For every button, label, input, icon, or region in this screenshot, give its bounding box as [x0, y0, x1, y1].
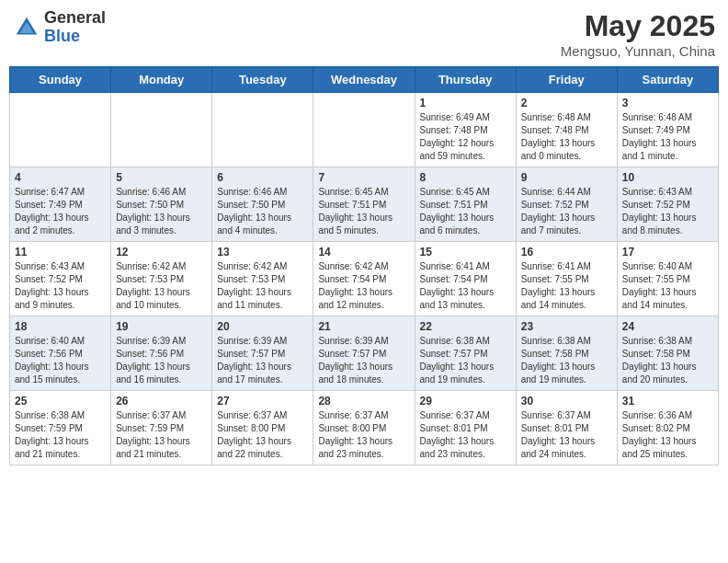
calendar-cell: 24Sunrise: 6:38 AMSunset: 7:58 PMDayligh… [617, 316, 718, 391]
weekday-header-sunday: Sunday [10, 67, 111, 93]
calendar-cell: 4Sunrise: 6:47 AMSunset: 7:49 PMDaylight… [10, 167, 111, 242]
day-number: 23 [521, 320, 612, 333]
title-block: May 2025 Mengsuo, Yunnan, China [561, 9, 715, 59]
calendar-cell: 2Sunrise: 6:48 AMSunset: 7:48 PMDaylight… [516, 93, 617, 167]
calendar-table: SundayMondayTuesdayWednesdayThursdayFrid… [9, 66, 719, 465]
day-number: 7 [318, 171, 409, 184]
location-subtitle: Mengsuo, Yunnan, China [561, 43, 715, 59]
day-info: Sunrise: 6:46 AMSunset: 7:50 PMDaylight:… [116, 186, 207, 237]
day-info: Sunrise: 6:42 AMSunset: 7:53 PMDaylight:… [116, 260, 207, 312]
day-number: 28 [318, 395, 409, 408]
day-info: Sunrise: 6:39 AMSunset: 7:56 PMDaylight:… [116, 335, 207, 386]
day-number: 8 [420, 171, 511, 184]
weekday-header-saturday: Saturday [617, 67, 718, 93]
calendar-cell: 10Sunrise: 6:43 AMSunset: 7:52 PMDayligh… [617, 167, 718, 242]
calendar-cell: 21Sunrise: 6:39 AMSunset: 7:57 PMDayligh… [313, 316, 415, 391]
day-info: Sunrise: 6:37 AMSunset: 8:00 PMDaylight:… [318, 409, 409, 461]
day-number: 14 [318, 246, 409, 259]
calendar-cell: 3Sunrise: 6:48 AMSunset: 7:49 PMDaylight… [617, 93, 718, 167]
calendar-week-row: 18Sunrise: 6:40 AMSunset: 7:56 PMDayligh… [10, 316, 719, 391]
day-number: 26 [116, 395, 207, 408]
calendar-cell [313, 93, 415, 167]
calendar-cell: 25Sunrise: 6:38 AMSunset: 7:59 PMDayligh… [10, 391, 111, 465]
day-number: 27 [217, 395, 308, 408]
calendar-week-row: 25Sunrise: 6:38 AMSunset: 7:59 PMDayligh… [10, 391, 719, 465]
day-info: Sunrise: 6:48 AMSunset: 7:48 PMDaylight:… [521, 111, 612, 163]
calendar-cell: 23Sunrise: 6:38 AMSunset: 7:58 PMDayligh… [516, 316, 617, 391]
day-info: Sunrise: 6:45 AMSunset: 7:51 PMDaylight:… [318, 186, 409, 237]
logo: General Blue [13, 9, 106, 46]
logo-general: General [44, 9, 106, 28]
day-number: 21 [318, 320, 409, 333]
day-info: Sunrise: 6:38 AMSunset: 7:58 PMDaylight:… [622, 335, 713, 386]
day-info: Sunrise: 6:37 AMSunset: 7:59 PMDaylight:… [116, 409, 207, 461]
logo-icon [13, 14, 40, 41]
day-info: Sunrise: 6:42 AMSunset: 7:53 PMDaylight:… [217, 260, 308, 312]
calendar-cell: 29Sunrise: 6:37 AMSunset: 8:01 PMDayligh… [415, 391, 516, 465]
day-number: 16 [521, 246, 612, 259]
logo-blue: Blue [44, 28, 106, 46]
calendar-cell: 1Sunrise: 6:49 AMSunset: 7:48 PMDaylight… [415, 93, 516, 167]
day-info: Sunrise: 6:47 AMSunset: 7:49 PMDaylight:… [15, 186, 106, 237]
day-number: 20 [217, 320, 308, 333]
day-number: 5 [116, 171, 207, 184]
day-number: 25 [15, 395, 106, 408]
day-info: Sunrise: 6:40 AMSunset: 7:55 PMDaylight:… [622, 260, 713, 312]
day-info: Sunrise: 6:39 AMSunset: 7:57 PMDaylight:… [217, 335, 308, 386]
weekday-header-thursday: Thursday [415, 67, 516, 93]
calendar-week-row: 11Sunrise: 6:43 AMSunset: 7:52 PMDayligh… [10, 242, 719, 316]
day-number: 3 [622, 97, 713, 109]
day-info: Sunrise: 6:49 AMSunset: 7:48 PMDaylight:… [420, 111, 511, 163]
day-info: Sunrise: 6:43 AMSunset: 7:52 PMDaylight:… [15, 260, 106, 312]
calendar-cell [111, 93, 212, 167]
calendar-cell: 15Sunrise: 6:41 AMSunset: 7:54 PMDayligh… [415, 242, 516, 316]
weekday-header-wednesday: Wednesday [313, 67, 415, 93]
weekday-header-tuesday: Tuesday [212, 67, 313, 93]
day-info: Sunrise: 6:37 AMSunset: 8:00 PMDaylight:… [217, 409, 308, 461]
calendar-cell: 30Sunrise: 6:37 AMSunset: 8:01 PMDayligh… [516, 391, 617, 465]
calendar-cell: 8Sunrise: 6:45 AMSunset: 7:51 PMDaylight… [415, 167, 516, 242]
calendar-cell: 22Sunrise: 6:38 AMSunset: 7:57 PMDayligh… [415, 316, 516, 391]
calendar-cell: 19Sunrise: 6:39 AMSunset: 7:56 PMDayligh… [111, 316, 212, 391]
calendar-week-row: 4Sunrise: 6:47 AMSunset: 7:49 PMDaylight… [10, 167, 719, 242]
day-number: 29 [420, 395, 511, 408]
month-title: May 2025 [561, 9, 715, 43]
day-info: Sunrise: 6:36 AMSunset: 8:02 PMDaylight:… [622, 409, 713, 461]
day-number: 13 [217, 246, 308, 259]
logo-text: General Blue [44, 9, 106, 46]
page-header: General Blue May 2025 Mengsuo, Yunnan, C… [9, 9, 719, 59]
calendar-cell: 14Sunrise: 6:42 AMSunset: 7:54 PMDayligh… [313, 242, 415, 316]
day-info: Sunrise: 6:46 AMSunset: 7:50 PMDaylight:… [217, 186, 308, 237]
day-info: Sunrise: 6:43 AMSunset: 7:52 PMDaylight:… [622, 186, 713, 237]
day-number: 18 [15, 320, 106, 333]
day-info: Sunrise: 6:38 AMSunset: 7:59 PMDaylight:… [15, 409, 106, 461]
day-number: 22 [420, 320, 511, 333]
calendar-cell: 13Sunrise: 6:42 AMSunset: 7:53 PMDayligh… [212, 242, 313, 316]
day-number: 10 [622, 171, 713, 184]
day-info: Sunrise: 6:41 AMSunset: 7:54 PMDaylight:… [420, 260, 511, 312]
day-number: 12 [116, 246, 207, 259]
day-info: Sunrise: 6:37 AMSunset: 8:01 PMDaylight:… [521, 409, 612, 461]
day-info: Sunrise: 6:44 AMSunset: 7:52 PMDaylight:… [521, 186, 612, 237]
day-number: 2 [521, 97, 612, 109]
calendar-cell: 5Sunrise: 6:46 AMSunset: 7:50 PMDaylight… [111, 167, 212, 242]
weekday-header-row: SundayMondayTuesdayWednesdayThursdayFrid… [10, 67, 719, 93]
day-info: Sunrise: 6:48 AMSunset: 7:49 PMDaylight:… [622, 111, 713, 163]
day-number: 11 [15, 246, 106, 259]
calendar-cell: 18Sunrise: 6:40 AMSunset: 7:56 PMDayligh… [10, 316, 111, 391]
day-number: 19 [116, 320, 207, 333]
calendar-cell: 7Sunrise: 6:45 AMSunset: 7:51 PMDaylight… [313, 167, 415, 242]
calendar-cell: 16Sunrise: 6:41 AMSunset: 7:55 PMDayligh… [516, 242, 617, 316]
day-info: Sunrise: 6:45 AMSunset: 7:51 PMDaylight:… [420, 186, 511, 237]
calendar-cell: 12Sunrise: 6:42 AMSunset: 7:53 PMDayligh… [111, 242, 212, 316]
calendar-cell: 9Sunrise: 6:44 AMSunset: 7:52 PMDaylight… [516, 167, 617, 242]
calendar-cell: 20Sunrise: 6:39 AMSunset: 7:57 PMDayligh… [212, 316, 313, 391]
day-info: Sunrise: 6:42 AMSunset: 7:54 PMDaylight:… [318, 260, 409, 312]
day-number: 24 [622, 320, 713, 333]
day-info: Sunrise: 6:40 AMSunset: 7:56 PMDaylight:… [15, 335, 106, 386]
weekday-header-monday: Monday [111, 67, 212, 93]
calendar-cell: 31Sunrise: 6:36 AMSunset: 8:02 PMDayligh… [617, 391, 718, 465]
day-number: 17 [622, 246, 713, 259]
calendar-week-row: 1Sunrise: 6:49 AMSunset: 7:48 PMDaylight… [10, 93, 719, 167]
day-number: 4 [15, 171, 106, 184]
